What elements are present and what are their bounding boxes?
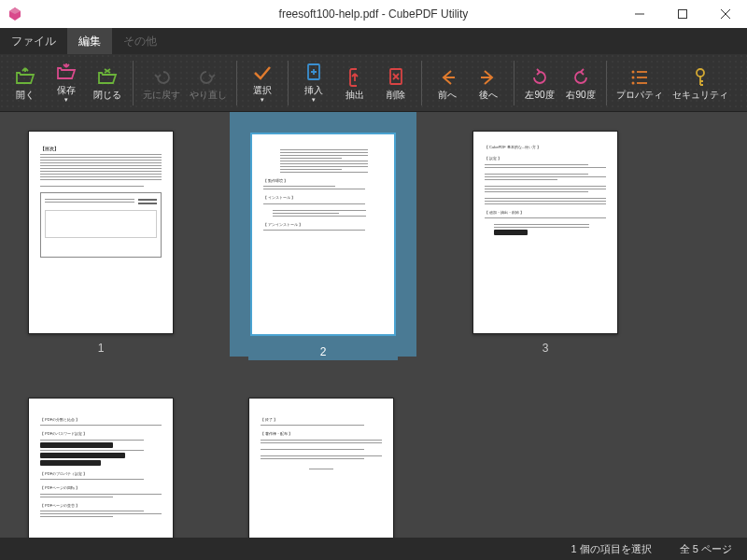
arrow-right-icon (477, 66, 500, 89)
separator (236, 61, 237, 105)
open-button[interactable]: 開く (6, 56, 45, 110)
caret-icon: ▾ (312, 96, 316, 104)
separator (288, 61, 289, 105)
key-icon (689, 66, 712, 89)
save-button[interactable]: 保存 ▾ (47, 56, 86, 110)
page-thumbnail[interactable]: 【目次】 1 (28, 131, 174, 360)
rotate-left-icon (529, 66, 551, 89)
caret-icon: ▾ (261, 96, 264, 104)
next-button[interactable]: 後へ (469, 56, 508, 110)
properties-button[interactable]: プロパティ (613, 56, 667, 110)
page-thumbnail[interactable]: 【 CubePDF 基本的な...使い方 】 【 設定 】 【 追加・抽出・削除… (472, 131, 618, 360)
separator (606, 61, 607, 105)
separator (421, 61, 422, 105)
arrow-left-icon (436, 66, 458, 89)
extract-button[interactable]: 抽出 (335, 56, 374, 110)
select-button[interactable]: 選択 ▾ (243, 56, 282, 110)
page-preview: 【 終了 】 【 著作権・配布 】 (248, 398, 394, 538)
page-preview: 【目次】 (28, 131, 174, 334)
maximize-button[interactable] (661, 0, 704, 28)
svg-rect-3 (679, 10, 687, 19)
selection-status: 1 個の項目を選択 (571, 542, 652, 556)
page-preview: 【 動作環境 】 【 インストール 】 【 アンインストール 】 (250, 133, 396, 336)
svg-point-14 (697, 69, 704, 77)
menu-other[interactable]: その他 (112, 28, 168, 54)
app-icon (7, 7, 22, 21)
prev-button[interactable]: 前へ (428, 56, 467, 110)
insert-button[interactable]: 挿入 ▾ (294, 56, 333, 110)
menu-edit[interactable]: 編集 (67, 28, 112, 54)
page-thumbnail[interactable]: 【 動作環境 】 【 インストール 】 【 アンインストール 】 2 (248, 131, 398, 360)
titlebar: freesoft100-help.pdf - CubePDF Utility (0, 0, 747, 28)
delete-button[interactable]: 削除 (376, 56, 416, 110)
rotate-right-icon (570, 66, 592, 89)
rotate-right-button[interactable]: 右90度 (561, 56, 600, 110)
page-preview: 【 PDFの分割と結合 】 【 PDFのパスワード設定 】 【 PDFのプロパテ… (28, 398, 174, 538)
page-count: 全 5 ページ (680, 542, 732, 556)
open-folder-icon (14, 66, 36, 89)
extract-icon (344, 66, 366, 89)
delete-page-icon (385, 66, 407, 89)
thumbnail-area[interactable]: 【目次】 1 【 動作環境 】 【 インストール 】 【 アンインストール 】 (0, 112, 747, 538)
page-number: 1 (98, 342, 105, 355)
svg-point-9 (632, 76, 635, 78)
statusbar: 1 個の項目を選択 全 5 ページ (0, 538, 747, 560)
separator (514, 61, 514, 105)
window-title: freesoft100-help.pdf - CubePDF Utility (279, 7, 469, 21)
caret-icon: ▾ (64, 96, 68, 104)
close-file-button[interactable]: 閉じる (88, 56, 127, 110)
page-thumbnail[interactable]: 【 終了 】 【 著作権・配布 】 5 (248, 398, 394, 538)
toolbar: 開く 保存 ▾ 閉じる 元に戻す やり直し 選択 ▾ 挿入 (0, 54, 747, 112)
rotate-left-button[interactable]: 左90度 (520, 56, 559, 110)
menubar: ファイル 編集 その他 (0, 28, 747, 54)
undo-icon (150, 66, 173, 89)
security-button[interactable]: セキュリティ (669, 56, 732, 110)
minimize-button[interactable] (618, 0, 661, 28)
svg-point-8 (632, 70, 635, 73)
page-number: 2 (320, 345, 327, 358)
undo-button[interactable]: 元に戻す (139, 56, 184, 110)
menu-file[interactable]: ファイル (0, 28, 67, 54)
redo-button[interactable]: やり直し (186, 56, 231, 110)
close-button[interactable] (704, 0, 747, 28)
window-controls (618, 0, 747, 28)
page-number: 3 (543, 342, 549, 355)
save-icon (55, 62, 78, 84)
redo-icon (197, 66, 219, 89)
page-thumbnail[interactable]: 【 PDFの分割と結合 】 【 PDFのパスワード設定 】 【 PDFのプロパテ… (28, 398, 174, 538)
list-icon (628, 66, 651, 89)
close-folder-icon (96, 66, 119, 89)
separator (133, 61, 134, 105)
check-icon (251, 62, 274, 84)
svg-point-10 (632, 81, 635, 84)
insert-page-icon (303, 62, 325, 84)
page-preview: 【 CubePDF 基本的な...使い方 】 【 設定 】 【 追加・抽出・削除… (472, 131, 618, 334)
